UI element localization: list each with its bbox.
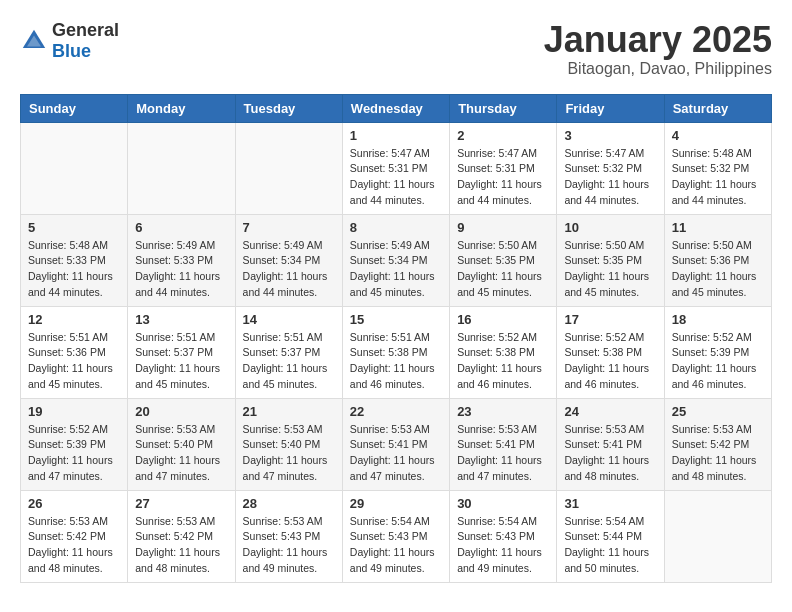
weekday-header: Wednesday: [342, 94, 449, 122]
day-info: Sunrise: 5:52 AMSunset: 5:39 PMDaylight:…: [28, 422, 120, 485]
day-number: 3: [564, 128, 656, 143]
day-number: 9: [457, 220, 549, 235]
calendar-cell: 3Sunrise: 5:47 AMSunset: 5:32 PMDaylight…: [557, 122, 664, 214]
day-number: 28: [243, 496, 335, 511]
weekday-header: Saturday: [664, 94, 771, 122]
calendar-cell: 9Sunrise: 5:50 AMSunset: 5:35 PMDaylight…: [450, 214, 557, 306]
calendar-cell: [128, 122, 235, 214]
calendar-cell: 14Sunrise: 5:51 AMSunset: 5:37 PMDayligh…: [235, 306, 342, 398]
day-info: Sunrise: 5:51 AMSunset: 5:37 PMDaylight:…: [135, 330, 227, 393]
calendar-cell: 4Sunrise: 5:48 AMSunset: 5:32 PMDaylight…: [664, 122, 771, 214]
calendar-title: January 2025: [544, 20, 772, 60]
day-info: Sunrise: 5:54 AMSunset: 5:43 PMDaylight:…: [457, 514, 549, 577]
calendar-cell: 17Sunrise: 5:52 AMSunset: 5:38 PMDayligh…: [557, 306, 664, 398]
day-number: 4: [672, 128, 764, 143]
day-number: 11: [672, 220, 764, 235]
calendar-cell: 20Sunrise: 5:53 AMSunset: 5:40 PMDayligh…: [128, 398, 235, 490]
day-info: Sunrise: 5:50 AMSunset: 5:35 PMDaylight:…: [457, 238, 549, 301]
day-info: Sunrise: 5:51 AMSunset: 5:36 PMDaylight:…: [28, 330, 120, 393]
calendar-cell: [21, 122, 128, 214]
calendar-week-row: 5Sunrise: 5:48 AMSunset: 5:33 PMDaylight…: [21, 214, 772, 306]
calendar-cell: 19Sunrise: 5:52 AMSunset: 5:39 PMDayligh…: [21, 398, 128, 490]
weekday-header-row: SundayMondayTuesdayWednesdayThursdayFrid…: [21, 94, 772, 122]
day-info: Sunrise: 5:48 AMSunset: 5:32 PMDaylight:…: [672, 146, 764, 209]
calendar-cell: 26Sunrise: 5:53 AMSunset: 5:42 PMDayligh…: [21, 490, 128, 582]
calendar-cell: 31Sunrise: 5:54 AMSunset: 5:44 PMDayligh…: [557, 490, 664, 582]
logo-text-general: General: [52, 20, 119, 40]
day-info: Sunrise: 5:53 AMSunset: 5:41 PMDaylight:…: [564, 422, 656, 485]
day-number: 31: [564, 496, 656, 511]
day-number: 26: [28, 496, 120, 511]
page-header: General Blue January 2025 Bitaogan, Dava…: [20, 20, 772, 78]
day-number: 25: [672, 404, 764, 419]
day-info: Sunrise: 5:54 AMSunset: 5:43 PMDaylight:…: [350, 514, 442, 577]
logo-icon: [20, 27, 48, 55]
day-info: Sunrise: 5:52 AMSunset: 5:39 PMDaylight:…: [672, 330, 764, 393]
day-info: Sunrise: 5:48 AMSunset: 5:33 PMDaylight:…: [28, 238, 120, 301]
day-number: 29: [350, 496, 442, 511]
day-info: Sunrise: 5:50 AMSunset: 5:35 PMDaylight:…: [564, 238, 656, 301]
calendar-cell: 12Sunrise: 5:51 AMSunset: 5:36 PMDayligh…: [21, 306, 128, 398]
calendar-cell: 13Sunrise: 5:51 AMSunset: 5:37 PMDayligh…: [128, 306, 235, 398]
logo-text-blue: Blue: [52, 41, 91, 61]
calendar-cell: 27Sunrise: 5:53 AMSunset: 5:42 PMDayligh…: [128, 490, 235, 582]
day-number: 24: [564, 404, 656, 419]
day-info: Sunrise: 5:53 AMSunset: 5:41 PMDaylight:…: [457, 422, 549, 485]
calendar-week-row: 19Sunrise: 5:52 AMSunset: 5:39 PMDayligh…: [21, 398, 772, 490]
calendar-cell: 1Sunrise: 5:47 AMSunset: 5:31 PMDaylight…: [342, 122, 449, 214]
day-number: 5: [28, 220, 120, 235]
title-block: January 2025 Bitaogan, Davao, Philippine…: [544, 20, 772, 78]
calendar-subtitle: Bitaogan, Davao, Philippines: [544, 60, 772, 78]
day-number: 23: [457, 404, 549, 419]
day-info: Sunrise: 5:53 AMSunset: 5:40 PMDaylight:…: [243, 422, 335, 485]
calendar-cell: 30Sunrise: 5:54 AMSunset: 5:43 PMDayligh…: [450, 490, 557, 582]
day-number: 18: [672, 312, 764, 327]
day-info: Sunrise: 5:53 AMSunset: 5:42 PMDaylight:…: [28, 514, 120, 577]
calendar-cell: 25Sunrise: 5:53 AMSunset: 5:42 PMDayligh…: [664, 398, 771, 490]
calendar-cell: 18Sunrise: 5:52 AMSunset: 5:39 PMDayligh…: [664, 306, 771, 398]
day-number: 10: [564, 220, 656, 235]
day-number: 1: [350, 128, 442, 143]
day-number: 20: [135, 404, 227, 419]
calendar-cell: 22Sunrise: 5:53 AMSunset: 5:41 PMDayligh…: [342, 398, 449, 490]
day-number: 30: [457, 496, 549, 511]
day-info: Sunrise: 5:49 AMSunset: 5:34 PMDaylight:…: [350, 238, 442, 301]
weekday-header: Monday: [128, 94, 235, 122]
day-number: 7: [243, 220, 335, 235]
day-number: 14: [243, 312, 335, 327]
calendar-week-row: 12Sunrise: 5:51 AMSunset: 5:36 PMDayligh…: [21, 306, 772, 398]
day-number: 17: [564, 312, 656, 327]
day-number: 6: [135, 220, 227, 235]
calendar-cell: 24Sunrise: 5:53 AMSunset: 5:41 PMDayligh…: [557, 398, 664, 490]
day-info: Sunrise: 5:49 AMSunset: 5:33 PMDaylight:…: [135, 238, 227, 301]
day-info: Sunrise: 5:53 AMSunset: 5:42 PMDaylight:…: [672, 422, 764, 485]
day-info: Sunrise: 5:54 AMSunset: 5:44 PMDaylight:…: [564, 514, 656, 577]
calendar-cell: 11Sunrise: 5:50 AMSunset: 5:36 PMDayligh…: [664, 214, 771, 306]
weekday-header: Sunday: [21, 94, 128, 122]
day-info: Sunrise: 5:49 AMSunset: 5:34 PMDaylight:…: [243, 238, 335, 301]
weekday-header: Thursday: [450, 94, 557, 122]
day-number: 8: [350, 220, 442, 235]
day-info: Sunrise: 5:53 AMSunset: 5:40 PMDaylight:…: [135, 422, 227, 485]
day-info: Sunrise: 5:52 AMSunset: 5:38 PMDaylight:…: [457, 330, 549, 393]
day-number: 27: [135, 496, 227, 511]
day-info: Sunrise: 5:47 AMSunset: 5:32 PMDaylight:…: [564, 146, 656, 209]
weekday-header: Tuesday: [235, 94, 342, 122]
day-info: Sunrise: 5:53 AMSunset: 5:43 PMDaylight:…: [243, 514, 335, 577]
calendar-cell: 10Sunrise: 5:50 AMSunset: 5:35 PMDayligh…: [557, 214, 664, 306]
calendar-cell: 29Sunrise: 5:54 AMSunset: 5:43 PMDayligh…: [342, 490, 449, 582]
calendar-cell: 15Sunrise: 5:51 AMSunset: 5:38 PMDayligh…: [342, 306, 449, 398]
calendar-table: SundayMondayTuesdayWednesdayThursdayFrid…: [20, 94, 772, 583]
logo: General Blue: [20, 20, 119, 62]
calendar-cell: [235, 122, 342, 214]
calendar-cell: 16Sunrise: 5:52 AMSunset: 5:38 PMDayligh…: [450, 306, 557, 398]
day-info: Sunrise: 5:47 AMSunset: 5:31 PMDaylight:…: [350, 146, 442, 209]
calendar-cell: 21Sunrise: 5:53 AMSunset: 5:40 PMDayligh…: [235, 398, 342, 490]
day-number: 21: [243, 404, 335, 419]
calendar-cell: 5Sunrise: 5:48 AMSunset: 5:33 PMDaylight…: [21, 214, 128, 306]
calendar-cell: 8Sunrise: 5:49 AMSunset: 5:34 PMDaylight…: [342, 214, 449, 306]
calendar-cell: 23Sunrise: 5:53 AMSunset: 5:41 PMDayligh…: [450, 398, 557, 490]
calendar-cell: 2Sunrise: 5:47 AMSunset: 5:31 PMDaylight…: [450, 122, 557, 214]
day-info: Sunrise: 5:47 AMSunset: 5:31 PMDaylight:…: [457, 146, 549, 209]
calendar-cell: 28Sunrise: 5:53 AMSunset: 5:43 PMDayligh…: [235, 490, 342, 582]
